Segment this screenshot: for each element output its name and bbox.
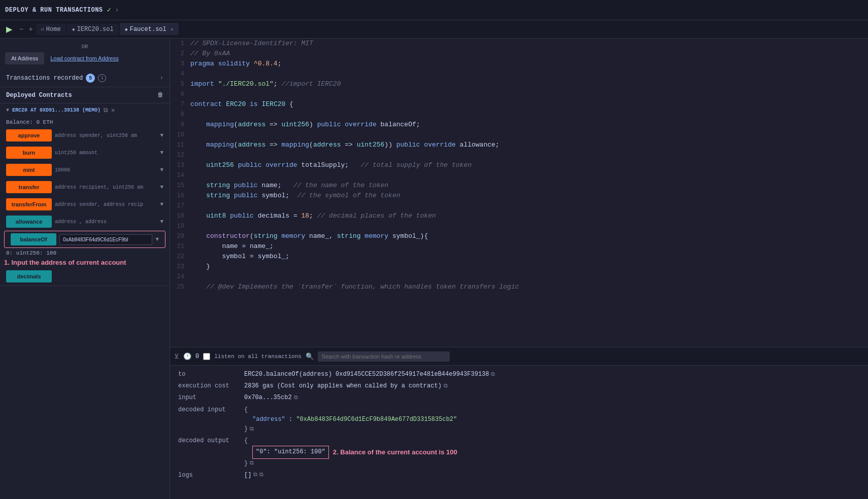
tx-cost-copy[interactable]: ⧉	[444, 382, 448, 391]
plugin-title: DEPLOY & RUN TRANSACTIONS	[5, 7, 103, 14]
mint-param: 10000	[55, 167, 157, 173]
sidebar: OR At Address Load contract from Address…	[0, 39, 170, 499]
decoded-input-open: {	[244, 405, 457, 415]
fn-burn-row: burn uint256 amount ▼	[0, 145, 170, 161]
balanceof-button[interactable]: balanceOf	[11, 233, 56, 245]
load-contract-button[interactable]: Load contract from Address	[46, 52, 123, 64]
transferfrom-chevron[interactable]: ▼	[160, 201, 163, 207]
tab-ierc20[interactable]: ◈ IERC20.sol	[67, 24, 119, 35]
file-icon-faucet: ◈	[125, 26, 128, 32]
tx-log-count: 0	[195, 353, 199, 360]
info-icon[interactable]: i	[98, 74, 106, 82]
tx-logs-copy1[interactable]: ⧉	[253, 471, 257, 480]
burn-button[interactable]: burn	[6, 147, 52, 159]
fn-mint-row: mint 10000 ▼	[0, 162, 170, 178]
main-layout: OR At Address Load contract from Address…	[0, 39, 868, 499]
annotation1-container: 1. Input the address of current account	[0, 257, 170, 268]
burn-chevron[interactable]: ▼	[160, 150, 163, 156]
tab-home-label: Home	[46, 26, 61, 33]
code-line-15: 15 string public name; // the name of th…	[170, 181, 868, 191]
code-line-21: 21 name = name_;	[170, 241, 868, 252]
tx-logs-row: logs [] ⧉ ⧉	[178, 471, 860, 480]
code-view: 1 // SPDX-License-Identifier: MIT 2 // B…	[170, 39, 868, 347]
transferfrom-button[interactable]: transferFrom	[6, 198, 52, 210]
tx-input-label: input	[178, 393, 244, 403]
tx-cost-text: 2836 gas (Cost only applies when called …	[244, 381, 442, 391]
run-button[interactable]: ▶	[2, 22, 16, 37]
tx-to-copy[interactable]: ⧉	[491, 370, 495, 379]
decoded-output-open: {	[244, 436, 457, 446]
tab-faucet[interactable]: ◈ Faucet.sol ✕	[120, 23, 179, 35]
bottom-panel: ⊻ 🕐 0 listen on all transactions 🔍 to ER…	[170, 347, 868, 499]
fn-balanceof-row: balanceOf ▼	[4, 231, 165, 248]
code-line-12: 12	[170, 150, 868, 160]
tx-cost-value: 2836 gas (Cost only applies when called …	[244, 381, 860, 391]
contract-chevron: ▼	[6, 108, 9, 113]
collapse-icon[interactable]: ⊻	[174, 352, 179, 361]
tx-log: to ERC20.balanceOf(address) 0xd9145CCE52…	[170, 366, 868, 499]
allowance-button[interactable]: allowance	[6, 216, 52, 228]
code-line-23: 23 }	[170, 262, 868, 272]
search-icon[interactable]: 🔍	[306, 352, 314, 361]
code-line-20: 20 constructor(string memory name_, stri…	[170, 231, 868, 241]
contract-close-icon[interactable]: ✕	[111, 106, 115, 114]
decoded-output-copy[interactable]: ⧉	[250, 459, 254, 468]
contract-copy-icon[interactable]: ⧉	[104, 107, 108, 114]
tx-input-copy[interactable]: ⧉	[294, 394, 298, 403]
transfer-chevron[interactable]: ▼	[160, 184, 163, 190]
or-divider: OR	[0, 39, 170, 52]
listen-label: listen on all transactions	[214, 353, 302, 360]
approve-button[interactable]: approve	[6, 129, 52, 141]
tx-cost-row: execution cost 2836 gas (Cost only appli…	[178, 381, 860, 391]
code-line-13: 13 uint256 public override totalSupply; …	[170, 160, 868, 170]
transfer-button[interactable]: transfer	[6, 181, 52, 193]
tx-logs-copy2[interactable]: ⧉	[259, 471, 263, 480]
search-input[interactable]	[318, 351, 450, 362]
balanceof-input[interactable]	[59, 234, 152, 245]
tab-bar: ▶ − + ⌂ Home ◈ IERC20.sol ◈ Faucet.sol ✕	[0, 20, 868, 39]
zoom-out-icon[interactable]: −	[17, 25, 25, 33]
zoom-in-icon[interactable]: +	[26, 25, 35, 33]
decoded-output-entry: "0": "uint256: 100" 2. Balance of the cu…	[244, 446, 457, 458]
annotation-2: 2. Balance of the current account is 100	[333, 447, 457, 458]
approve-param: address spender, uint256 am	[55, 133, 157, 138]
balanceof-chevron[interactable]: ▼	[155, 236, 159, 242]
expand-arrow[interactable]: ›	[115, 7, 119, 14]
decoded-output-highlighted: "0": "uint256: 100"	[252, 446, 329, 458]
contract-header[interactable]: ▼ ERC20 AT 0XD91...39138 (MEMO) ⧉ ✕	[0, 103, 170, 117]
tx-input-row: input 0x70a...35cb2 ⧉	[178, 393, 860, 403]
bottom-toolbar: ⊻ 🕐 0 listen on all transactions 🔍	[170, 347, 868, 366]
mint-chevron[interactable]: ▼	[160, 167, 163, 173]
balance-label: Balance: 0 ETH	[6, 119, 53, 125]
decoded-input-copy[interactable]: ⧉	[250, 425, 254, 434]
tx-decoded-input-row: decoded input { "address" : "0xAb8483F64…	[178, 405, 860, 435]
contract-name-label: ERC20 AT 0XD91...39138 (MEMO)	[12, 108, 101, 113]
code-line-3: 3 pragma solidity ^0.8.4;	[170, 59, 868, 69]
tab-home[interactable]: ⌂ Home	[36, 24, 66, 35]
tab-close-icon[interactable]: ✕	[171, 26, 174, 32]
tx-expand-arrow[interactable]: ›	[160, 75, 163, 82]
trash-icon[interactable]: 🗑	[157, 91, 163, 99]
allowance-chevron[interactable]: ▼	[160, 219, 163, 225]
code-line-1: 1 // SPDX-License-Identifier: MIT	[170, 39, 868, 49]
clock-icon[interactable]: 🕐	[183, 352, 191, 361]
code-line-14: 14	[170, 170, 868, 181]
at-address-button[interactable]: At Address	[5, 52, 44, 64]
approve-chevron[interactable]: ▼	[160, 132, 163, 138]
tx-input-text: 0x70a...35cb2	[244, 393, 292, 403]
tx-logs-value: [] ⧉ ⧉	[244, 471, 860, 480]
code-line-18: 18 uint8 public decimals = 18; // decima…	[170, 211, 868, 221]
code-line-19: 19	[170, 221, 868, 231]
tx-decoded-input-label: decoded input	[178, 405, 244, 415]
allowance-param: address , address	[55, 219, 157, 225]
tx-recorded-label: Transactions recorded	[6, 75, 83, 82]
tx-cost-label: execution cost	[178, 381, 244, 391]
tx-to-text: ERC20.balanceOf(address) 0xd9145CCE52D38…	[244, 370, 489, 379]
deployed-contracts-header: Deployed Contracts 🗑	[0, 87, 170, 103]
home-icon: ⌂	[41, 26, 44, 32]
mint-button[interactable]: mint	[6, 164, 52, 176]
decimals-button[interactable]: decimals	[6, 270, 52, 282]
top-bar: DEPLOY & RUN TRANSACTIONS ✓ ›	[0, 0, 868, 20]
listen-checkbox[interactable]	[203, 353, 210, 360]
decoded-input-entry: "address" : "0xAb8483F64d9C6d1EcF9b849Ae…	[244, 415, 457, 424]
